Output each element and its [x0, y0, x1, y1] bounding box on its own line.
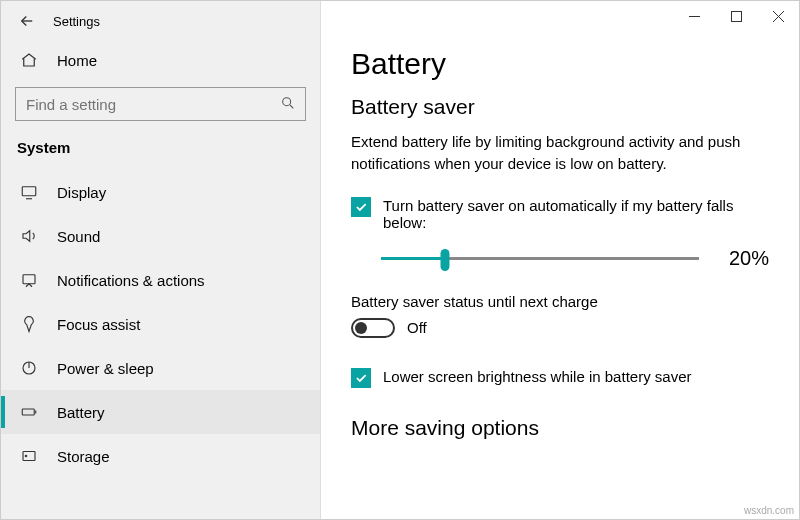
lower-brightness-checkbox[interactable] [351, 368, 371, 388]
sound-icon [17, 227, 41, 245]
sidebar-item-label: Notifications & actions [57, 272, 205, 289]
sidebar-item-label: Power & sleep [57, 360, 154, 377]
slider-thumb[interactable] [440, 249, 449, 271]
auto-on-row: Turn battery saver on automatically if m… [351, 197, 769, 231]
sidebar-item-focus-assist[interactable]: Focus assist [1, 302, 320, 346]
minimize-icon [689, 11, 700, 22]
arrow-left-icon [18, 12, 36, 30]
svg-rect-4 [22, 409, 34, 415]
maximize-icon [731, 11, 742, 22]
search-box[interactable] [15, 87, 306, 121]
battery-icon [17, 403, 41, 421]
topbar: Settings [1, 1, 320, 41]
sidebar-item-label: Battery [57, 404, 105, 421]
svg-point-0 [283, 98, 291, 106]
sidebar-item-notifications[interactable]: Notifications & actions [1, 258, 320, 302]
search-icon [280, 95, 296, 111]
section-subheading: Battery saver [351, 95, 769, 119]
threshold-row: 20% [381, 247, 769, 271]
sidebar-item-label: Display [57, 184, 106, 201]
page-heading: Battery [351, 47, 769, 81]
threshold-value: 20% [721, 247, 769, 270]
auto-on-checkbox[interactable] [351, 197, 371, 217]
display-icon [17, 183, 41, 201]
window-title: Settings [53, 14, 100, 29]
sidebar-item-storage[interactable]: Storage [1, 434, 320, 478]
check-icon [354, 371, 368, 385]
home-nav[interactable]: Home [1, 41, 320, 79]
status-toggle-label: Off [407, 319, 427, 336]
threshold-slider[interactable] [381, 247, 699, 271]
storage-icon [17, 447, 41, 465]
notifications-icon [17, 271, 41, 289]
status-label: Battery saver status until next charge [351, 293, 769, 310]
close-button[interactable] [757, 1, 799, 31]
status-toggle-row: Off [351, 318, 769, 338]
section-description: Extend battery life by limiting backgrou… [351, 131, 769, 175]
focus-assist-icon [17, 315, 41, 333]
content-pane: Battery Battery saver Extend battery lif… [321, 1, 799, 519]
back-button[interactable] [13, 7, 41, 35]
section-label: System [1, 135, 320, 170]
sidebar-menu: Display Sound Notifications & actions Fo… [1, 170, 320, 519]
auto-on-label: Turn battery saver on automatically if m… [383, 197, 769, 231]
sidebar: Settings Home System Display Sound [1, 1, 321, 519]
sidebar-item-label: Focus assist [57, 316, 140, 333]
power-icon [17, 359, 41, 377]
home-label: Home [57, 52, 97, 69]
sidebar-item-battery[interactable]: Battery [1, 390, 320, 434]
lower-brightness-label: Lower screen brightness while in battery… [383, 368, 691, 385]
svg-point-6 [25, 455, 27, 457]
more-options-heading: More saving options [351, 416, 769, 440]
close-icon [773, 11, 784, 22]
sidebar-item-label: Sound [57, 228, 100, 245]
svg-rect-2 [23, 275, 35, 284]
sidebar-item-label: Storage [57, 448, 110, 465]
check-icon [354, 200, 368, 214]
sidebar-item-display[interactable]: Display [1, 170, 320, 214]
svg-rect-7 [731, 11, 741, 21]
sidebar-item-power-sleep[interactable]: Power & sleep [1, 346, 320, 390]
lower-brightness-row: Lower screen brightness while in battery… [351, 368, 769, 388]
svg-rect-1 [22, 187, 36, 196]
minimize-button[interactable] [673, 1, 715, 31]
maximize-button[interactable] [715, 1, 757, 31]
sidebar-item-sound[interactable]: Sound [1, 214, 320, 258]
window-controls [673, 1, 799, 31]
toggle-knob [355, 322, 367, 334]
attribution: wsxdn.com [744, 505, 794, 516]
search-input[interactable] [15, 87, 306, 121]
slider-fill [381, 257, 445, 260]
status-toggle[interactable] [351, 318, 395, 338]
home-icon [17, 51, 41, 69]
